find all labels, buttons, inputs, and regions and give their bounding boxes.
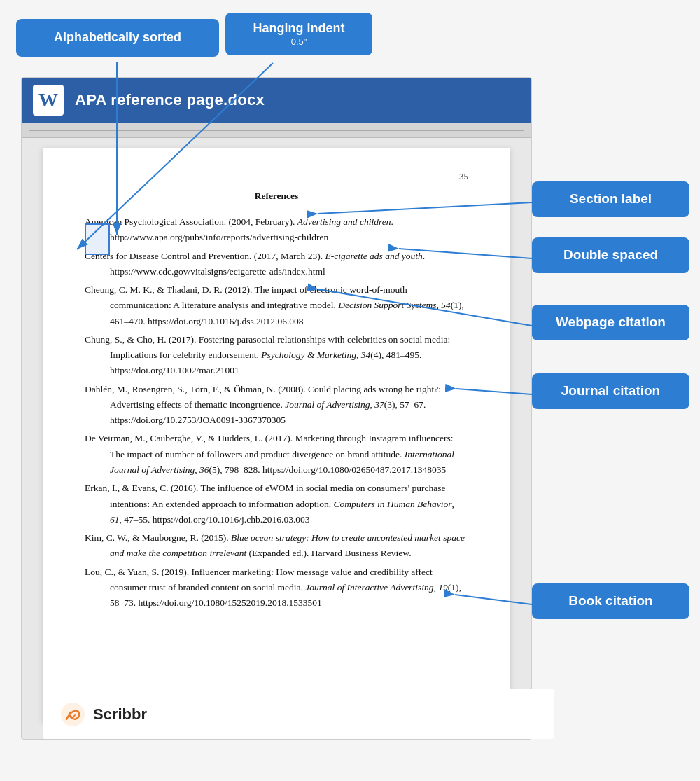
ref-entry-6: De Veirman, M., Cauberghe, V., & Hudders… — [85, 431, 468, 478]
ref-entry-5: Dahlén, M., Rosengren, S., Törn, F., & Ö… — [85, 382, 468, 429]
ref-entry-8: Kim, C. W., & Mauborgne, R. (2015). Blue… — [85, 530, 468, 562]
hanging-indent-label: Hanging Indent — [237, 21, 361, 36]
badge-section-label: Section label — [532, 181, 690, 217]
references-heading: References — [85, 188, 468, 205]
webpage-citation-text: Webpage citation — [556, 315, 666, 329]
ref-entry-2: Centers for Disease Control and Preventi… — [85, 249, 468, 280]
doc-header: W APA reference page.docx — [22, 78, 531, 123]
badge-hanging-indent: Hanging Indent 0.5" — [225, 13, 372, 55]
main-container: Alphabetically sorted Hanging Indent 0.5… — [0, 0, 700, 781]
alphabetically-label: Alphabetically sorted — [54, 30, 181, 44]
document-wrapper: W APA reference page.docx 35 References … — [21, 77, 532, 740]
journal-citation-text: Journal citation — [561, 383, 660, 398]
ref-entry-7: Erkan, I., & Evans, C. (2016). The influ… — [85, 481, 468, 527]
double-spaced-text: Double spaced — [564, 247, 658, 262]
scribbr-logo-icon — [59, 701, 86, 728]
document-page: 35 References American Psychological Ass… — [43, 148, 510, 722]
ref-entry-4: Chung, S., & Cho, H. (2017). Fostering p… — [85, 332, 468, 379]
badge-alphabetically: Alphabetically sorted — [16, 19, 219, 57]
ruler-line — [29, 130, 524, 131]
ruler-ticks — [29, 123, 524, 137]
badge-double-spaced: Double spaced — [532, 237, 690, 273]
ref-entry-1: American Psychological Association. (200… — [85, 214, 468, 246]
ref-entry-3: Cheung, C. M. K., & Thadani, D. R. (2012… — [85, 282, 468, 329]
hanging-indent-box — [85, 223, 110, 255]
hanging-sub-label: 0.5" — [237, 36, 361, 48]
section-label-text: Section label — [570, 191, 652, 206]
badge-book-citation: Book citation — [532, 583, 690, 619]
doc-title: APA reference page.docx — [75, 91, 265, 109]
word-icon: W — [33, 85, 64, 116]
svg-point-0 — [61, 703, 85, 726]
book-citation-text: Book citation — [568, 593, 652, 608]
badge-webpage-citation: Webpage citation — [532, 305, 690, 340]
badge-journal-citation: Journal citation — [532, 373, 690, 409]
ref-entry-9: Lou, C., & Yuan, S. (2019). Influencer m… — [85, 565, 468, 611]
page-number: 35 — [85, 169, 468, 184]
scribbr-footer: Scribbr — [43, 689, 554, 739]
ruler — [22, 123, 531, 138]
scribbr-name: Scribbr — [93, 705, 147, 724]
